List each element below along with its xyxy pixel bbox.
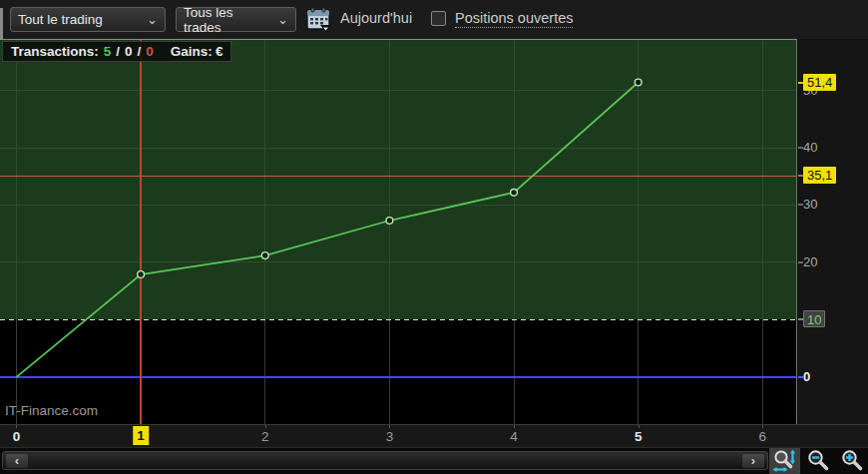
trade-point[interactable]: [261, 252, 268, 259]
x-axis-tick: [16, 425, 17, 428]
y-axis-label: 0: [803, 368, 810, 385]
x-axis-label: 5: [635, 429, 643, 444]
separator: /: [116, 44, 120, 59]
scroll-left-button[interactable]: ‹: [6, 454, 28, 468]
x-axis-label: 1: [133, 426, 149, 445]
calendar-button[interactable]: [304, 5, 333, 34]
y-axis-label: 30: [803, 196, 817, 213]
scroll-right-button[interactable]: ›: [742, 454, 764, 468]
x-axis-tick: [389, 425, 390, 428]
trade-point[interactable]: [635, 79, 642, 86]
y-axis-label: 40: [803, 139, 817, 156]
x-axis-tick: [514, 425, 515, 428]
y-axis-label: 35,1: [803, 167, 836, 184]
winning-trades-count: 5: [104, 44, 112, 59]
trading-scope-select[interactable]: Tout le trading ⌄: [10, 7, 166, 32]
y-axis-label: 20: [803, 253, 817, 270]
y-axis-label: 51,4: [803, 74, 836, 91]
trade-point[interactable]: [138, 271, 145, 278]
gains-label: Gains:: [171, 44, 213, 59]
x-axis-label: 0: [13, 429, 21, 444]
zoom-out-button[interactable]: [802, 448, 833, 474]
watermark: IT-Finance.com: [5, 403, 98, 418]
zoom-in-icon: [840, 449, 864, 473]
zoom-fit-button[interactable]: [769, 448, 800, 474]
zoom-out-icon: [806, 449, 830, 473]
x-axis-label: 6: [759, 429, 767, 444]
x-axis-tick: [639, 425, 640, 428]
losing-trades-count: 0: [146, 44, 154, 59]
separator: /: [138, 44, 142, 59]
currency-symbol: €: [216, 44, 223, 59]
trade-point[interactable]: [386, 218, 393, 225]
trading-scope-value: Tout le trading: [18, 12, 103, 27]
trades-filter-value: Tous les trades: [184, 5, 269, 35]
positions-ouvertes-label[interactable]: Positions ouvertes: [455, 10, 573, 28]
neutral-trades-count: 0: [125, 44, 133, 59]
positions-ouvertes-checkbox[interactable]: [431, 11, 446, 26]
bottom-bar: ‹ ›: [0, 448, 868, 474]
toolbar: Tout le trading ⌄ Tous les trades ⌄ Aujo…: [0, 0, 868, 39]
x-axis-strip: 0123456: [0, 424, 868, 448]
x-axis-label: 4: [510, 429, 518, 444]
zoom-fit-icon: [772, 449, 798, 473]
stats-legend: Transactions: 5 / 0 / 0 Gains: €: [2, 41, 231, 62]
trade-point[interactable]: [511, 189, 518, 196]
equity-chart-plot[interactable]: [0, 39, 797, 424]
equity-line: [16, 83, 638, 377]
x-axis-tick: [265, 425, 266, 428]
y-axis-panel: 51,4504035,13020100: [798, 40, 868, 424]
x-axis-label: 2: [261, 429, 269, 444]
x-axis-label: 3: [386, 429, 394, 444]
panel-edge: [0, 8, 3, 39]
calendar-icon: [304, 5, 333, 34]
date-range-label: Aujourd'hui: [340, 10, 412, 26]
transactions-label: Transactions:: [11, 44, 99, 59]
trades-filter-select[interactable]: Tous les trades ⌄: [176, 7, 296, 32]
x-axis-tick: [762, 425, 763, 428]
y-axis-label: 10: [803, 310, 825, 327]
chevron-down-icon: ⌄: [147, 15, 158, 25]
zoom-in-button[interactable]: [836, 448, 867, 474]
equity-curve-svg: [0, 40, 796, 424]
horizontal-scrollbar[interactable]: ‹ ›: [2, 451, 768, 470]
chevron-down-icon: ⌄: [277, 15, 288, 25]
